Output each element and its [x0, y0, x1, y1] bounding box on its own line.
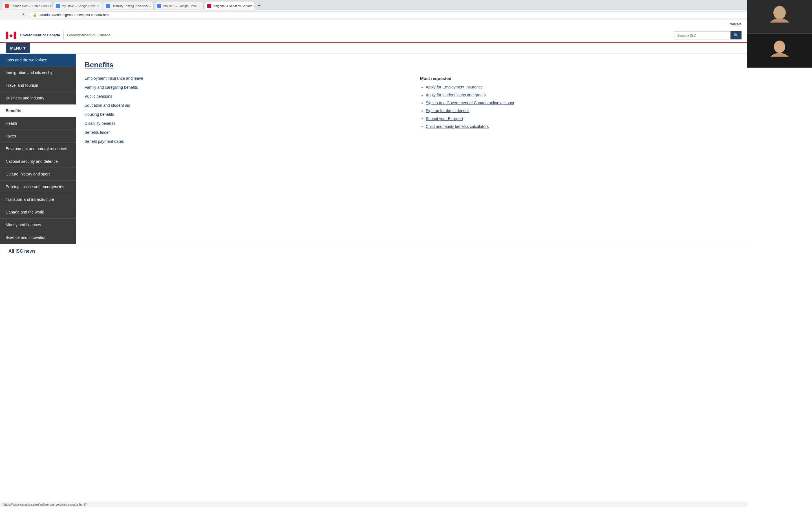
sidebar-item-immigration[interactable]: Immigration and citizenship — [0, 66, 76, 79]
sidebar-item-security[interactable]: National security and defence — [0, 155, 76, 168]
search-button[interactable]: 🔍 — [730, 31, 742, 40]
benefit-link[interactable]: Public pensions — [85, 94, 403, 99]
browser-tab-tab2[interactable]: My Drive – Google Drive× — [53, 2, 102, 10]
most-requested-link[interactable]: Submit your EI report — [426, 116, 463, 121]
flag-svg — [6, 32, 16, 39]
tab-close-tab4[interactable]: × — [199, 4, 200, 8]
tab-favicon-tab4 — [157, 4, 161, 8]
tab-favicon-tab1 — [5, 4, 9, 8]
tab-favicon-tab5 — [207, 4, 211, 8]
isc-news-link[interactable]: All ISC news — [8, 249, 36, 253]
menu-bar: MENU ▾ — [0, 43, 747, 54]
search-area: 🔍 — [674, 31, 742, 40]
video-participant-bottom — [747, 34, 812, 68]
benefit-link[interactable]: Disability benefits — [85, 121, 403, 126]
new-tab-button[interactable]: + — [255, 2, 263, 10]
address-bar[interactable]: 🔒 canada.ca/en/indigenous-services-canad… — [29, 11, 797, 18]
benefit-link[interactable]: Benefits finder — [85, 130, 403, 135]
header-divider — [63, 31, 64, 40]
most-requested-item: Sign in to a Government of Canada online… — [426, 101, 739, 105]
most-requested-link[interactable]: Sign up for direct deposit — [426, 108, 469, 113]
most-requested-link[interactable]: Apply for student loans and grants — [426, 93, 486, 97]
tab-label-tab5: Indigenous Services Canada – ... — [213, 4, 255, 8]
benefit-link[interactable]: Housing benefits — [85, 112, 403, 117]
language-switch-link[interactable]: Français — [727, 22, 742, 26]
sidebar-item-transport[interactable]: Transport and infrastructure — [0, 193, 76, 206]
benefits-links: Employment Insurance and leaveFamily and… — [85, 76, 403, 148]
forward-button[interactable]: → — [12, 12, 18, 18]
tab-label-tab1: Canada Post – Find a Post Of... — [10, 4, 52, 8]
gov-name-en: Government of Canada — [20, 33, 60, 38]
page-title[interactable]: Benefits — [85, 61, 739, 69]
most-requested-item: Child and family benefits calculators — [426, 124, 739, 129]
sidebar-item-science[interactable]: Science and innovation — [0, 231, 76, 244]
sidebar-item-canada[interactable]: Canada and the world — [0, 206, 76, 219]
sidebar-item-environment[interactable]: Environment and natural resources — [0, 143, 76, 155]
browser-tab-tab3[interactable]: Usability Testing Plan.docx – ...× — [103, 2, 154, 10]
menu-chevron-icon: ▾ — [23, 46, 26, 50]
tab-favicon-tab3 — [106, 4, 110, 8]
svg-rect-5 — [763, 57, 797, 66]
most-requested-list: Apply for Employment InsuranceApply for … — [420, 85, 739, 129]
tab-label-tab2: My Drive – Google Drive — [62, 4, 96, 8]
sidebar-item-health[interactable]: Health — [0, 117, 76, 130]
sidebar-item-travel[interactable]: Travel and tourism — [0, 79, 76, 92]
sidebar-item-policing[interactable]: Policing, justice and emergencies — [0, 180, 76, 193]
svg-point-3 — [774, 41, 785, 53]
lock-icon: 🔒 — [33, 13, 37, 17]
sidebar-item-benefits[interactable]: Benefits — [0, 105, 76, 117]
tab-label-tab4: Project 2 – Google Drive — [163, 4, 197, 8]
benefit-link[interactable]: Family and caregiving benefits — [85, 85, 403, 90]
sidebar-item-jobs[interactable]: Jobs and the workplace — [0, 54, 76, 66]
svg-rect-6 — [6, 32, 8, 39]
video-overlay — [747, 0, 812, 68]
most-requested-section: Most requested Apply for Employment Insu… — [420, 76, 739, 148]
sidebar-item-taxes[interactable]: Taxes — [0, 130, 76, 143]
benefits-grid: Employment Insurance and leaveFamily and… — [85, 76, 739, 148]
menu-label: MENU — [10, 46, 22, 50]
sidebar-item-culture[interactable]: Culture, history and sport — [0, 168, 76, 180]
sidebar-item-money[interactable]: Money and finances — [0, 219, 76, 231]
most-requested-item: Submit your EI report — [426, 116, 739, 121]
site-header: Government of Canada Gouvernement du Can… — [0, 28, 747, 43]
menu-toggle-button[interactable]: MENU ▾ — [6, 43, 30, 53]
browser-chrome: Canada Post – Find a Post Of...×My Drive… — [0, 0, 812, 20]
most-requested-item: Sign up for direct deposit — [426, 108, 739, 113]
browser-tab-tab5[interactable]: Indigenous Services Canada – ...× — [204, 2, 255, 10]
browser-tab-tab4[interactable]: Project 2 – Google Drive× — [154, 2, 204, 10]
search-input[interactable] — [674, 31, 730, 40]
video-participant-top — [747, 0, 812, 34]
top-bar: Français — [0, 20, 747, 28]
browser-tab-tab1[interactable]: Canada Post – Find a Post Of...× — [2, 2, 52, 10]
main-layout: Jobs and the workplaceImmigration and ci… — [0, 54, 747, 244]
address-text: canada.ca/en/indigenous-services-canada.… — [39, 13, 109, 17]
most-requested-title: Most requested — [420, 76, 739, 81]
svg-rect-8 — [14, 32, 17, 39]
isc-news-bar: All ISC news — [0, 244, 747, 258]
most-requested-item: Apply for student loans and grants — [426, 93, 739, 97]
sidebar-item-business[interactable]: Business and industry — [0, 92, 76, 105]
benefit-link[interactable]: Benefit payment dates — [85, 139, 403, 144]
tab-close-tab2[interactable]: × — [97, 4, 99, 8]
logo-area: Government of Canada Gouvernement du Can… — [6, 31, 110, 40]
sidebar-nav: Jobs and the workplaceImmigration and ci… — [0, 54, 76, 244]
tab-label-tab3: Usability Testing Plan.docx – ... — [112, 4, 154, 8]
refresh-button[interactable]: ↻ — [21, 12, 27, 18]
back-button[interactable]: ← — [3, 12, 10, 18]
participant-video-bottom — [763, 36, 797, 66]
most-requested-link[interactable]: Apply for Employment Insurance — [426, 85, 483, 89]
tab-bar: Canada Post – Find a Post Of...×My Drive… — [0, 0, 812, 10]
content-area: Benefits Employment Insurance and leaveF… — [76, 54, 747, 244]
benefit-link[interactable]: Employment Insurance and leave — [85, 76, 403, 80]
most-requested-link[interactable]: Sign in to a Government of Canada online… — [426, 101, 514, 105]
website-container: Français Government of Canada Gouverneme… — [0, 20, 747, 258]
canada-flag — [6, 32, 16, 39]
svg-rect-2 — [763, 22, 797, 34]
benefit-link[interactable]: Education and student aid — [85, 103, 403, 108]
svg-point-0 — [773, 6, 786, 19]
most-requested-link[interactable]: Child and family benefits calculators — [426, 124, 489, 129]
participant-video-top — [763, 0, 797, 34]
most-requested-item: Apply for Employment Insurance — [426, 85, 739, 89]
address-bar-row: ← → ↻ 🔒 canada.ca/en/indigenous-services… — [0, 10, 812, 20]
gov-name-fr: Gouvernement du Canada — [67, 33, 110, 38]
